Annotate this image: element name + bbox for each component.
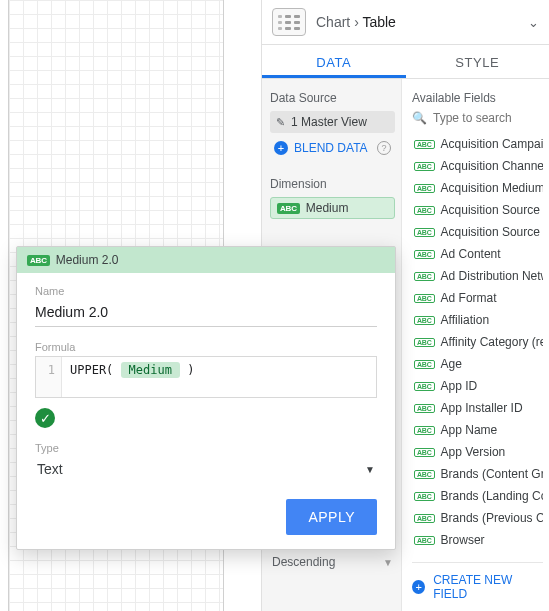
- abc-type-badge: ABC: [414, 272, 435, 281]
- blend-data-button[interactable]: + BLEND DATA ?: [270, 137, 395, 159]
- field-item-label: App Name: [441, 423, 498, 437]
- formula-code[interactable]: UPPER( Medium ): [62, 357, 202, 397]
- field-item[interactable]: ABCBrowser Size: [412, 551, 543, 554]
- data-source-row[interactable]: ✎ 1 Master View: [270, 111, 395, 133]
- field-item[interactable]: ABCBrands (Landing Cont…: [412, 485, 543, 507]
- line-number: 1: [48, 363, 55, 377]
- abc-type-badge: ABC: [414, 448, 435, 457]
- pencil-icon: ✎: [276, 116, 285, 129]
- field-item[interactable]: ABCAcquisition Campaign: [412, 133, 543, 155]
- tab-data[interactable]: DATA: [262, 45, 406, 78]
- name-label: Name: [35, 285, 377, 297]
- abc-type-badge: ABC: [414, 536, 435, 545]
- abc-type-badge: ABC: [414, 140, 435, 149]
- field-item[interactable]: ABCAffiliation: [412, 309, 543, 331]
- caret-down-icon: ▼: [383, 557, 393, 568]
- field-item-label: Age: [441, 357, 462, 371]
- field-item-label: App ID: [441, 379, 478, 393]
- formula-editor[interactable]: 1 UPPER( Medium ): [35, 356, 377, 398]
- abc-type-badge: ABC: [414, 250, 435, 259]
- field-item[interactable]: ABCBrands (Previous Con…: [412, 507, 543, 529]
- abc-type-badge: ABC: [414, 228, 435, 237]
- field-item[interactable]: ABCBrands (Content Group): [412, 463, 543, 485]
- abc-type-badge: ABC: [414, 360, 435, 369]
- field-search-input[interactable]: [433, 111, 543, 125]
- field-item-label: Acquisition Source: [441, 203, 540, 217]
- table-chart-icon: [272, 8, 306, 36]
- field-item[interactable]: ABCApp ID: [412, 375, 543, 397]
- abc-type-badge: ABC: [277, 203, 300, 214]
- field-item[interactable]: ABCAcquisition Source / …: [412, 221, 543, 243]
- field-item-label: Ad Content: [441, 247, 501, 261]
- breadcrumb-root: Chart: [316, 14, 350, 30]
- dimension-label: Dimension: [270, 177, 395, 191]
- type-dropdown[interactable]: Text ▼: [35, 457, 377, 481]
- chevron-down-icon[interactable]: ⌄: [528, 15, 539, 30]
- data-source-name: 1 Master View: [291, 115, 367, 129]
- abc-type-badge: ABC: [414, 514, 435, 523]
- dimension-chip[interactable]: ABC Medium: [270, 197, 395, 219]
- field-item-label: App Installer ID: [441, 401, 523, 415]
- tab-style[interactable]: STYLE: [406, 45, 550, 78]
- field-item-label: App Version: [441, 445, 506, 459]
- field-item[interactable]: ABCApp Installer ID: [412, 397, 543, 419]
- abc-type-badge: ABC: [414, 338, 435, 347]
- help-icon[interactable]: ?: [377, 141, 391, 155]
- formula-label: Formula: [35, 341, 377, 353]
- valid-check-icon: ✓: [35, 408, 55, 428]
- formula-dimension-chip[interactable]: Medium: [121, 362, 180, 378]
- apply-button[interactable]: APPLY: [286, 499, 377, 535]
- field-item[interactable]: ABCAge: [412, 353, 543, 375]
- plus-icon: +: [412, 580, 425, 594]
- panel-tabs: DATA STYLE: [262, 45, 549, 79]
- search-icon: 🔍: [412, 111, 427, 125]
- field-name-input[interactable]: [35, 300, 377, 327]
- abc-type-badge: ABC: [414, 404, 435, 413]
- create-new-field-button[interactable]: + CREATE NEW FIELD: [412, 562, 543, 611]
- breadcrumb: Chart › Table: [316, 14, 518, 30]
- sort-dropdown[interactable]: Descending ▼: [270, 555, 395, 569]
- field-item[interactable]: ABCAcquisition Source: [412, 199, 543, 221]
- function-name: UPPER(: [70, 363, 113, 377]
- abc-type-badge: ABC: [414, 470, 435, 479]
- field-item[interactable]: ABCAd Format: [412, 287, 543, 309]
- breadcrumb-sep: ›: [354, 14, 359, 30]
- abc-type-badge: ABC: [414, 492, 435, 501]
- sort-label: Descending: [272, 555, 335, 569]
- field-item[interactable]: ABCAd Distribution Netwo…: [412, 265, 543, 287]
- field-item-label: Acquisition Medium: [441, 181, 543, 195]
- field-item-label: Brands (Content Group): [441, 467, 543, 481]
- field-item[interactable]: ABCAcquisition Medium: [412, 177, 543, 199]
- abc-type-badge: ABC: [414, 206, 435, 215]
- field-item[interactable]: ABCApp Name: [412, 419, 543, 441]
- abc-type-badge: ABC: [414, 184, 435, 193]
- calculated-field-dialog: ABC Medium 2.0 Name Formula 1 UPPER( Med…: [16, 246, 396, 550]
- field-search[interactable]: 🔍: [412, 111, 543, 125]
- field-item-label: Ad Format: [441, 291, 497, 305]
- abc-type-badge: ABC: [414, 294, 435, 303]
- field-item-label: Acquisition Source / …: [441, 225, 543, 239]
- close-paren: ): [187, 363, 194, 377]
- field-item[interactable]: ABCAd Content: [412, 243, 543, 265]
- abc-type-badge: ABC: [414, 316, 435, 325]
- chart-type-header[interactable]: Chart › Table ⌄: [262, 0, 549, 45]
- abc-type-badge: ABC: [27, 255, 50, 266]
- field-item[interactable]: ABCApp Version: [412, 441, 543, 463]
- field-item[interactable]: ABCAffinity Category (reac…: [412, 331, 543, 353]
- field-item-label: Acquisition Channel: [441, 159, 543, 173]
- plus-icon: +: [274, 141, 288, 155]
- field-item-label: Affinity Category (reac…: [441, 335, 543, 349]
- abc-type-badge: ABC: [414, 382, 435, 391]
- field-item[interactable]: ABCBrowser: [412, 529, 543, 551]
- dialog-title: Medium 2.0: [56, 253, 119, 267]
- field-item-label: Ad Distribution Netwo…: [441, 269, 543, 283]
- field-list[interactable]: ABCAcquisition CampaignABCAcquisition Ch…: [412, 133, 543, 554]
- dialog-header: ABC Medium 2.0: [17, 247, 395, 273]
- blend-data-label: BLEND DATA: [294, 141, 368, 155]
- field-item[interactable]: ABCAcquisition Channel: [412, 155, 543, 177]
- abc-type-badge: ABC: [414, 162, 435, 171]
- available-fields-column: Available Fields 🔍 ABCAcquisition Campai…: [402, 79, 549, 611]
- available-fields-heading: Available Fields: [412, 91, 543, 105]
- caret-down-icon: ▼: [365, 464, 375, 475]
- type-value: Text: [37, 461, 63, 477]
